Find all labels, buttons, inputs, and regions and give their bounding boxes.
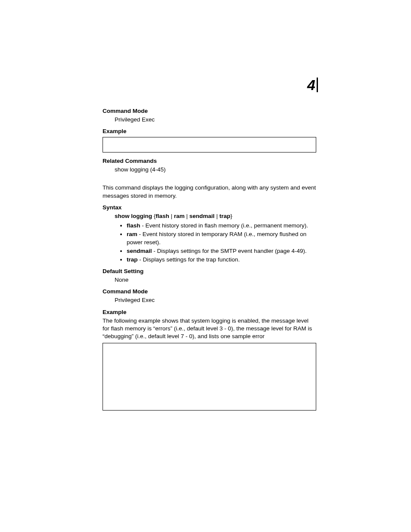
list-item: trap - Displays settings for the trap fu… <box>127 256 316 264</box>
option-key-sendmail: sendmail <box>127 248 152 254</box>
syntax-pipe-3: | <box>215 213 219 219</box>
command-mode-value-2: Privileged Exec <box>103 296 316 304</box>
syntax-line: show logging {flash | ram | sendmail | t… <box>103 212 316 220</box>
default-setting-value: None <box>103 276 316 284</box>
option-desc-ram: - Event history stored in temporary RAM … <box>127 231 306 245</box>
example-description: The following example shows that system … <box>103 317 316 341</box>
related-commands-heading: Related Commands <box>103 158 316 164</box>
command-mode-heading-1: Command Mode <box>103 108 316 114</box>
syntax-heading: Syntax <box>103 204 316 211</box>
option-key-flash: flash <box>127 222 140 229</box>
example-box-1 <box>103 137 316 152</box>
chapter-number: 4 <box>307 78 318 92</box>
option-desc-sendmail: - Displays settings for the SMTP event h… <box>152 248 307 254</box>
syntax-options-list: flash - Event history stored in flash me… <box>103 222 316 264</box>
syntax-opt-trap: trap <box>219 213 230 219</box>
option-desc-trap: - Displays settings for the trap functio… <box>138 256 240 263</box>
list-item: flash - Event history stored in flash me… <box>127 222 316 230</box>
command-description: This command displays the logging config… <box>103 184 316 199</box>
option-key-ram: ram <box>127 231 137 237</box>
related-commands-value: show logging (4-45) <box>103 166 316 174</box>
syntax-opt-ram: ram <box>174 213 185 219</box>
syntax-opt-sendmail: sendmail <box>190 213 215 219</box>
example-box-2 <box>103 343 316 411</box>
example-heading-1: Example <box>103 128 316 134</box>
option-desc-flash: - Event history stored in flash memory (… <box>140 222 308 229</box>
command-mode-heading-2: Command Mode <box>103 288 316 295</box>
syntax-pipe-1: | <box>169 213 174 219</box>
syntax-command: show logging <box>115 213 152 219</box>
syntax-rbrace: } <box>230 213 233 219</box>
option-key-trap: trap <box>127 256 138 263</box>
page-content: Command Mode Privileged Exec Example Rel… <box>103 103 316 411</box>
command-mode-value-1: Privileged Exec <box>103 116 316 124</box>
syntax-pipe-2: | <box>185 213 190 219</box>
list-item: sendmail - Displays settings for the SMT… <box>127 247 316 255</box>
example-heading-2: Example <box>103 309 316 315</box>
list-item: ram - Event history stored in temporary … <box>127 230 316 246</box>
syntax-opt-flash: flash <box>156 213 169 219</box>
default-setting-heading: Default Setting <box>103 268 316 274</box>
